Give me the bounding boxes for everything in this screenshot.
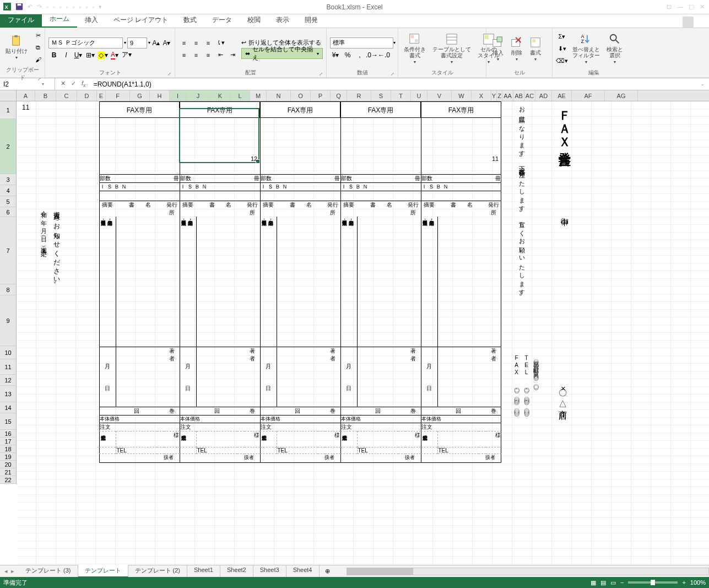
indent-inc-icon[interactable]: ⇥ xyxy=(227,50,238,61)
format-cells-button[interactable]: 書式▾ xyxy=(527,35,544,63)
grow-font-icon[interactable]: A▴ xyxy=(151,37,161,48)
ribbon-options-icon[interactable]: ⊡ xyxy=(667,3,672,10)
qa-icon[interactable]: ▫ xyxy=(46,4,48,10)
tab-insert[interactable]: 挿入 xyxy=(77,13,106,28)
bold-icon[interactable]: B xyxy=(48,50,59,61)
fx-icon[interactable]: fx xyxy=(82,80,86,88)
align-top-icon[interactable]: ≡ xyxy=(178,37,190,48)
autosum-icon[interactable]: Σ▾ xyxy=(556,31,568,43)
ruby-icon[interactable]: ア▾ xyxy=(121,50,132,61)
group-font-label: フォント⤢ xyxy=(48,68,171,78)
shrink-font-icon[interactable]: A▾ xyxy=(162,37,171,48)
undo-icon[interactable]: ↶ xyxy=(28,3,33,10)
merge-center-button[interactable]: ⬌セルを結合して中央揃え▾ xyxy=(241,48,323,59)
minimize-icon[interactable]: — xyxy=(677,3,683,10)
align-center-icon[interactable]: ≡ xyxy=(191,50,202,61)
formula-input[interactable] xyxy=(91,78,696,90)
align-right-icon[interactable]: ≡ xyxy=(203,50,214,61)
border-icon[interactable]: ⊞▾ xyxy=(85,50,96,61)
comma-icon[interactable]: , xyxy=(354,50,365,61)
format-painter-icon[interactable]: 🖌 xyxy=(32,53,44,66)
underline-icon[interactable]: U▾ xyxy=(73,50,84,61)
svg-rect-3 xyxy=(18,3,21,6)
font-size-select[interactable] xyxy=(127,37,147,48)
tab-pagelayout[interactable]: ページ レイアウト xyxy=(106,13,176,28)
tab-review[interactable]: 校閲 xyxy=(240,13,268,28)
fill-icon[interactable]: ⬇▾ xyxy=(556,43,568,55)
find-select-button[interactable]: 検索と 選択▾ xyxy=(604,32,625,66)
font-name-select[interactable] xyxy=(48,37,123,48)
tab-formulas[interactable]: 数式 xyxy=(176,13,204,28)
tab-data[interactable]: データ xyxy=(204,13,240,28)
svg-rect-5 xyxy=(14,35,17,37)
indent-dec-icon[interactable]: ⇤ xyxy=(215,50,226,61)
close-icon[interactable]: ✕ xyxy=(700,3,705,10)
group-styles-label: スタイル xyxy=(402,68,483,78)
format-as-table-button[interactable]: テーブルとして 書式設定▾ xyxy=(430,32,473,66)
paste-button[interactable]: 貼り付け ▾ xyxy=(3,34,30,61)
align-left-icon[interactable]: ≡ xyxy=(178,50,190,61)
percent-icon[interactable]: % xyxy=(342,50,353,61)
qa-icon[interactable]: ▫ xyxy=(53,4,55,10)
delete-cells-button[interactable]: 削除▾ xyxy=(508,35,525,63)
copy-icon[interactable]: ⧉ xyxy=(32,41,44,53)
qa-dropdown-icon[interactable]: ▾ xyxy=(99,3,102,10)
qa-icon[interactable]: ▫ xyxy=(66,4,68,10)
svg-text:Z: Z xyxy=(581,39,584,44)
qa-icon[interactable]: ▫ xyxy=(59,4,62,10)
enter-icon[interactable]: ✓ xyxy=(71,80,76,88)
number-format-select[interactable] xyxy=(330,37,393,48)
dec-decimal-icon[interactable]: ←.0 xyxy=(378,50,389,61)
group-cells-label: セル xyxy=(490,68,549,78)
svg-point-23 xyxy=(610,35,616,41)
maximize-icon[interactable]: ▢ xyxy=(689,3,694,10)
group-editing-label: 編集 xyxy=(556,68,632,78)
cut-icon[interactable]: ✂ xyxy=(32,29,44,41)
redo-icon[interactable]: ↷ xyxy=(37,3,42,10)
svg-rect-20 xyxy=(533,39,536,42)
excel-icon: X xyxy=(3,3,11,12)
svg-rect-15 xyxy=(497,36,502,41)
font-color-icon[interactable]: A▾ xyxy=(109,50,120,61)
svg-rect-4 xyxy=(13,36,20,46)
svg-text:A: A xyxy=(581,34,584,39)
group-number-label: 数値⤢ xyxy=(330,68,394,78)
align-bottom-icon[interactable]: ≡ xyxy=(203,37,214,48)
expand-formula-bar-icon[interactable]: ⌄ xyxy=(696,82,709,87)
group-alignment-label: 配置⤢ xyxy=(178,68,323,78)
insert-cells-button[interactable]: 挿入▾ xyxy=(490,35,506,63)
svg-rect-9 xyxy=(447,34,457,44)
qa-icon[interactable]: ▫ xyxy=(85,4,88,10)
tab-view[interactable]: 表示 xyxy=(268,13,297,28)
group-clipboard-label: クリップボード⤢ xyxy=(3,66,41,83)
file-tab[interactable]: ファイル xyxy=(0,13,42,28)
svg-text:X: X xyxy=(5,4,8,9)
inc-decimal-icon[interactable]: .0→ xyxy=(366,50,377,61)
sort-filter-button[interactable]: AZ 並べ替えと フィルター▾ xyxy=(570,32,602,66)
currency-icon[interactable]: ¥▾ xyxy=(330,50,341,61)
svg-line-24 xyxy=(616,40,619,44)
italic-icon[interactable]: I xyxy=(61,50,72,61)
account-icon[interactable] xyxy=(683,17,694,28)
window-title: Book1.xlsm - Excel xyxy=(326,3,382,11)
cancel-icon[interactable]: ✕ xyxy=(61,80,66,88)
tab-developer[interactable]: 開発 xyxy=(297,13,326,28)
qa-icon[interactable]: ▫ xyxy=(73,4,75,10)
svg-rect-7 xyxy=(411,35,414,38)
svg-rect-8 xyxy=(415,39,418,42)
orientation-icon[interactable]: ⤹▾ xyxy=(215,37,226,48)
align-middle-icon[interactable]: ≡ xyxy=(191,37,202,48)
qa-icon[interactable]: ▫ xyxy=(79,4,82,10)
fill-color-icon[interactable]: ◇▾ xyxy=(97,50,108,61)
save-icon[interactable] xyxy=(15,3,23,12)
conditional-format-button[interactable]: 条件付き 書式▾ xyxy=(402,32,428,66)
clear-icon[interactable]: ⌫▾ xyxy=(556,55,568,67)
qa-icon[interactable]: ▫ xyxy=(92,4,94,10)
